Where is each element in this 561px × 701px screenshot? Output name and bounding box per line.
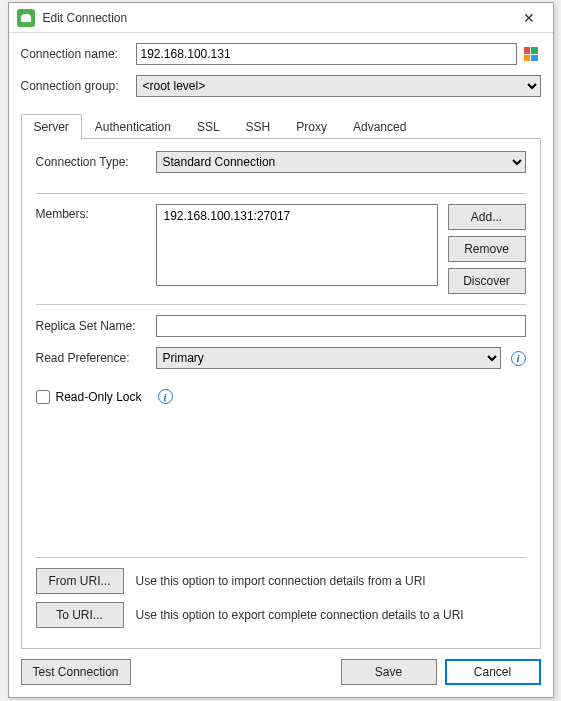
window-title: Edit Connection <box>43 11 513 25</box>
to-uri-button[interactable]: To URI... <box>36 602 124 628</box>
tab-ssh[interactable]: SSH <box>233 114 284 139</box>
members-label: Members: <box>36 204 156 221</box>
members-listbox[interactable]: 192.168.100.131:27017 <box>156 204 438 286</box>
tab-server[interactable]: Server <box>21 114 82 139</box>
remove-button[interactable]: Remove <box>448 236 526 262</box>
test-connection-button[interactable]: Test Connection <box>21 659 131 685</box>
tab-advanced[interactable]: Advanced <box>340 114 419 139</box>
edit-connection-dialog: Edit Connection ✕ Connection name: Conne… <box>8 2 554 698</box>
member-item[interactable]: 192.168.100.131:27017 <box>162 208 432 224</box>
from-uri-button[interactable]: From URI... <box>36 568 124 594</box>
read-preference-select[interactable]: Primary <box>156 347 501 369</box>
info-icon[interactable]: i <box>158 389 173 404</box>
connection-group-label: Connection group: <box>21 79 136 93</box>
to-uri-description: Use this option to export complete conne… <box>136 608 464 622</box>
color-picker-button[interactable] <box>521 44 541 64</box>
tab-ssl[interactable]: SSL <box>184 114 233 139</box>
connection-type-label: Connection Type: <box>36 155 156 169</box>
add-button[interactable]: Add... <box>448 204 526 230</box>
server-tab-panel: Connection Type: Standard Connection Mem… <box>21 139 541 649</box>
app-icon <box>17 9 35 27</box>
tab-authentication[interactable]: Authentication <box>82 114 184 139</box>
titlebar: Edit Connection ✕ <box>9 3 553 33</box>
replica-set-name-input[interactable] <box>156 315 526 337</box>
connection-type-select[interactable]: Standard Connection <box>156 151 526 173</box>
connection-group-select[interactable]: <root level> <box>136 75 541 97</box>
read-preference-label: Read Preference: <box>36 351 156 365</box>
read-only-lock-checkbox[interactable] <box>36 390 50 404</box>
save-button[interactable]: Save <box>341 659 437 685</box>
grid-icon <box>524 47 538 61</box>
tab-proxy[interactable]: Proxy <box>283 114 340 139</box>
tab-bar: Server Authentication SSL SSH Proxy Adva… <box>21 113 541 139</box>
discover-button[interactable]: Discover <box>448 268 526 294</box>
divider <box>36 193 526 194</box>
dialog-footer: Test Connection Save Cancel <box>9 649 553 697</box>
divider <box>36 304 526 305</box>
replica-set-name-label: Replica Set Name: <box>36 319 156 333</box>
cancel-button[interactable]: Cancel <box>445 659 541 685</box>
connection-name-label: Connection name: <box>21 47 136 61</box>
close-button[interactable]: ✕ <box>513 6 545 30</box>
connection-name-input[interactable] <box>136 43 517 65</box>
read-only-lock-label: Read-Only Lock <box>56 390 142 404</box>
from-uri-description: Use this option to import connection det… <box>136 574 426 588</box>
divider <box>36 557 526 558</box>
info-icon[interactable]: i <box>511 351 526 366</box>
